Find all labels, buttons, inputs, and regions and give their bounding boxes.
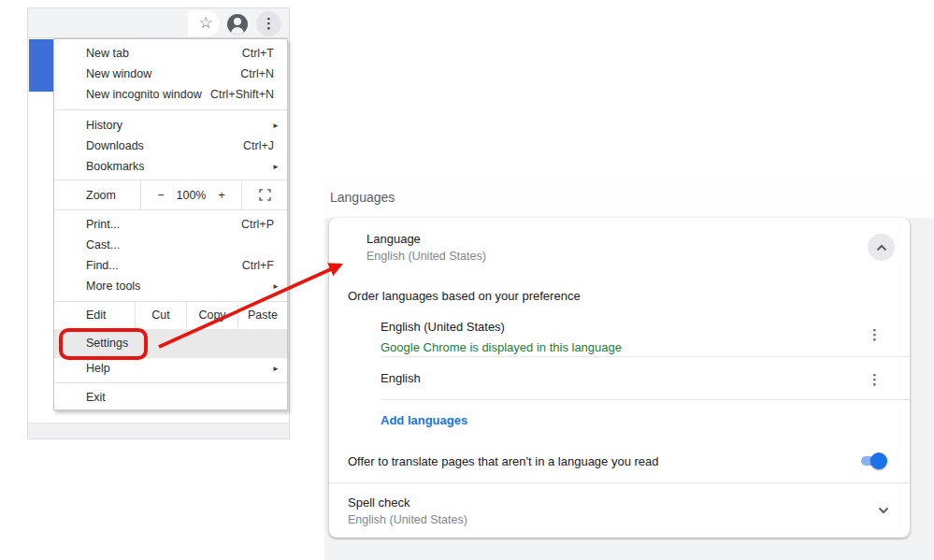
language-name: English (United States) [381, 320, 854, 334]
menu-item-new-incognito-window[interactable]: New incognito window Ctrl+Shift+N [54, 84, 287, 105]
chrome-menu-dropdown: New tab Ctrl+T New window Ctrl+N New inc… [53, 38, 288, 410]
settings-header-strip [324, 178, 934, 218]
menu-item-new-window[interactable]: New window Ctrl+N [54, 64, 287, 84]
menu-item-history[interactable]: History ► [54, 115, 287, 136]
chevron-up-icon [876, 244, 887, 251]
language-name: English [381, 371, 854, 385]
menu-item-downloads[interactable]: Downloads Ctrl+J [54, 136, 287, 156]
bookmark-star-icon[interactable]: ☆ [194, 10, 217, 36]
add-languages-link[interactable]: Add languages [381, 413, 467, 427]
order-languages-label: Order languages based on your preference [329, 280, 910, 311]
menu-item-label: Exit [86, 387, 106, 408]
menu-item-label: History [86, 115, 122, 136]
languages-section-title: Languages [330, 190, 395, 205]
languages-card: Language English (United States) Order l… [329, 218, 910, 538]
copy-button[interactable]: Copy [186, 302, 237, 329]
submenu-arrow-icon: ► [272, 157, 280, 178]
submenu-arrow-icon: ► [272, 277, 280, 297]
offer-translate-label: Offer to translate pages that aren't in … [348, 454, 659, 468]
language-row-subtitle: English (United States) [366, 250, 854, 263]
add-languages-row: Add languages [329, 400, 910, 439]
menu-zoom-row: Zoom − 100% + [54, 180, 287, 210]
menu-item-bookmarks[interactable]: Bookmarks ► [54, 156, 287, 177]
collapse-button[interactable] [868, 234, 895, 261]
menu-item-label: New incognito window [86, 84, 202, 105]
zoom-level-value: 100% [177, 189, 207, 202]
page-blue-element [29, 39, 54, 92]
menu-item-label: Bookmarks [86, 156, 145, 177]
zoom-label: Zoom [54, 180, 140, 209]
menu-item-cast[interactable]: Cast... [54, 235, 287, 255]
edit-label: Edit [54, 302, 135, 329]
menu-item-label: Find... [86, 255, 119, 276]
menu-separator [54, 382, 287, 383]
menu-item-more-tools[interactable]: More tools ► [54, 276, 287, 296]
language-list-item: English ⋮ [381, 357, 910, 400]
menu-item-label: Print... [86, 214, 120, 235]
menu-item-label: Cast... [86, 235, 120, 255]
language-list-item: English (United States) Google Chrome is… [381, 311, 910, 357]
cut-button[interactable]: Cut [135, 302, 186, 329]
page: { "icons": { "star": "☆", "more_vert": "… [0, 0, 934, 560]
chevron-down-icon [878, 507, 889, 514]
shortcut-label: Ctrl+F [242, 255, 274, 276]
display-language-note: Google Chrome is displayed in this langu… [381, 340, 854, 354]
shortcut-label: Ctrl+N [240, 64, 274, 84]
menu-item-print[interactable]: Print... Ctrl+P [54, 214, 287, 235]
menu-item-label: Help [86, 358, 110, 379]
menu-item-settings[interactable]: Settings [54, 329, 287, 358]
menu-item-label: Downloads [86, 136, 144, 156]
expand-spell-check-button[interactable] [878, 507, 889, 514]
menu-item-label: More tools [86, 276, 140, 296]
zoom-controls: − 100% + [140, 180, 242, 209]
shortcut-label: Ctrl+Shift+N [210, 84, 274, 105]
more-options-icon[interactable]: ⋮ [868, 327, 882, 341]
offer-translate-row: Offer to translate pages that aren't in … [329, 439, 910, 483]
menu-separator [54, 109, 287, 110]
fullscreen-icon [259, 189, 271, 201]
spell-check-subtitle: English (United States) [348, 513, 854, 526]
submenu-arrow-icon: ► [272, 116, 280, 136]
shortcut-label: Ctrl+J [243, 136, 274, 156]
menu-item-exit[interactable]: Exit [54, 387, 287, 408]
fullscreen-button[interactable] [242, 180, 287, 209]
menu-item-help[interactable]: Help ► [54, 358, 287, 379]
language-row-title: Language [366, 232, 854, 246]
browser-window-fragment: ☆ ⋮ New tab Ctrl+T New window Ctrl+N New… [27, 7, 290, 439]
shortcut-label: Ctrl+T [242, 43, 274, 64]
translate-toggle[interactable] [861, 456, 885, 466]
submenu-arrow-icon: ► [272, 359, 280, 380]
paste-button[interactable]: Paste [237, 302, 287, 329]
language-expand-row[interactable]: Language English (United States) [329, 218, 910, 280]
menu-item-find[interactable]: Find... Ctrl+F [54, 255, 287, 276]
menu-item-label: New tab [86, 43, 129, 64]
menu-edit-row: Edit Cut Copy Paste [54, 302, 287, 329]
shortcut-label: Ctrl+P [241, 214, 274, 235]
browser-toolbar: ☆ ⋮ [28, 8, 289, 38]
menu-item-label: Settings [86, 337, 128, 350]
menu-item-new-tab[interactable]: New tab Ctrl+T [54, 43, 287, 64]
settings-page-fragment: Languages Language English (United State… [324, 178, 934, 560]
more-options-icon[interactable]: ⋮ [868, 371, 882, 385]
profile-avatar-icon[interactable] [227, 14, 248, 35]
window-bottom-strip [28, 423, 289, 438]
spell-check-title: Spell check [348, 495, 854, 510]
spell-check-row[interactable]: Spell check English (United States) [329, 483, 910, 538]
menu-item-label: New window [86, 64, 151, 84]
browser-menu-button[interactable]: ⋮ [256, 11, 281, 36]
zoom-out-button[interactable]: − [157, 189, 164, 202]
toggle-knob [870, 452, 887, 469]
zoom-in-button[interactable]: + [218, 189, 224, 202]
